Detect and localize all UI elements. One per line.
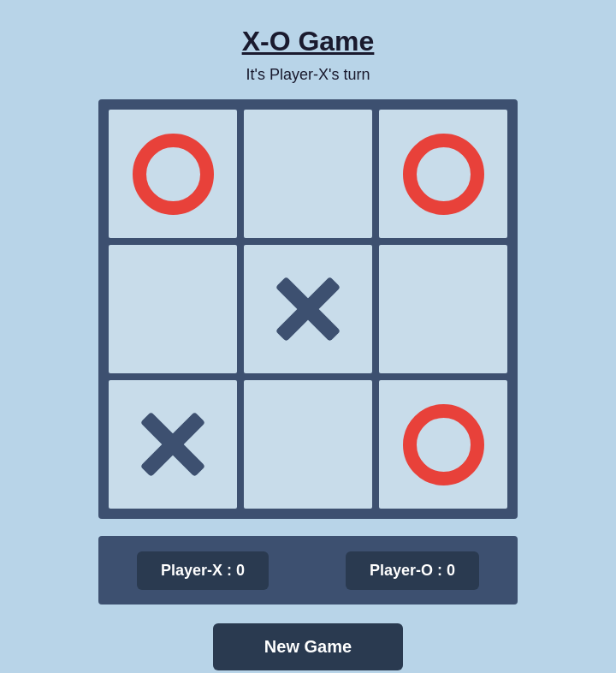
player-o-score: Player-O : 0 bbox=[346, 551, 479, 590]
cell-2-0[interactable] bbox=[109, 380, 237, 509]
game-title: X-O Game bbox=[242, 26, 375, 57]
player-x-score: Player-X : 0 bbox=[137, 551, 269, 590]
cell-2-1[interactable] bbox=[244, 380, 372, 509]
symbol-o bbox=[403, 404, 484, 485]
cell-1-2[interactable] bbox=[379, 245, 507, 373]
cell-0-0[interactable] bbox=[109, 110, 237, 238]
turn-status: It's Player-X's turn bbox=[246, 66, 370, 84]
game-board bbox=[98, 99, 518, 519]
symbol-o bbox=[403, 134, 484, 215]
board-grid bbox=[109, 110, 507, 509]
symbol-o bbox=[133, 134, 214, 215]
cell-1-1[interactable] bbox=[244, 245, 372, 373]
symbol-x bbox=[134, 406, 211, 483]
scoreboard: Player-X : 0 Player-O : 0 bbox=[98, 536, 518, 605]
cell-0-2[interactable] bbox=[379, 110, 507, 238]
cell-0-1[interactable] bbox=[244, 110, 372, 238]
cell-2-2[interactable] bbox=[379, 380, 507, 509]
symbol-x bbox=[270, 271, 346, 348]
cell-1-0[interactable] bbox=[109, 245, 237, 373]
new-game-button[interactable]: New Game bbox=[213, 623, 403, 670]
